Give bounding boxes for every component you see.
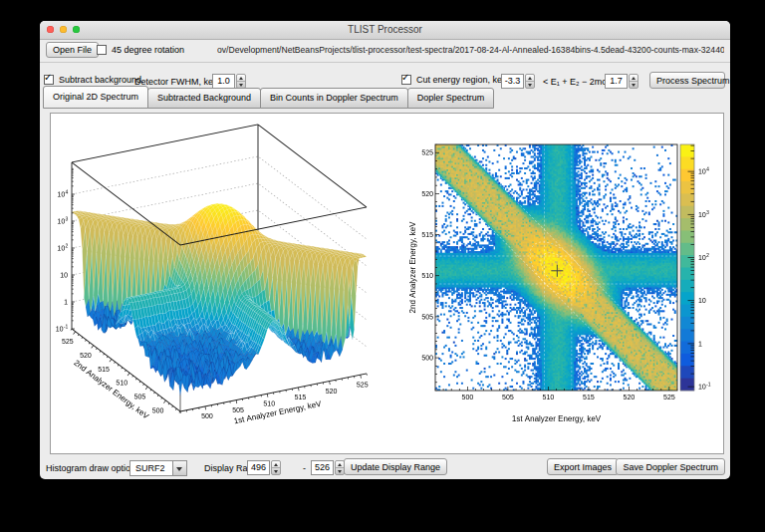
tab-content-panel [50, 113, 724, 454]
surface-plot[interactable] [52, 115, 404, 448]
cut-low-increment-icon[interactable] [526, 75, 534, 82]
zoom-window-button[interactable] [73, 26, 80, 33]
subtract-background-label: Subtract background. [59, 75, 144, 85]
tab-original-2d-spectrum[interactable]: Original 2D Spectrum [43, 86, 148, 109]
window-title: TLIST Processor [40, 21, 730, 39]
range-low-decrement-icon[interactable] [272, 468, 280, 474]
fwhm-stepper[interactable] [236, 74, 246, 89]
range-separator: - [303, 463, 306, 473]
range-low-spinner-value[interactable]: 496 [247, 460, 270, 475]
tab-bar: Original 2D SpectrumSubtracted Backgroun… [43, 88, 493, 109]
range-high-decrement-icon[interactable] [336, 468, 344, 474]
range-high-increment-icon[interactable] [336, 461, 344, 468]
range-high-spinner[interactable]: 526 [311, 460, 345, 475]
tab-bin-counts-in-doppler-spectrum[interactable]: Bin Counts in Doppler Spectrum [260, 88, 408, 109]
close-window-button[interactable] [47, 26, 54, 33]
open-file-button[interactable]: Open File [46, 42, 99, 58]
tab-subtracted-background[interactable]: Subtracted Background [147, 88, 261, 109]
subtract-background-checkbox[interactable]: Subtract background. [44, 75, 144, 85]
minimize-window-button[interactable] [60, 26, 67, 33]
histogram-draw-option-label: Histogram draw option [46, 463, 135, 473]
toolbar-row: Open File 45 degree rotation ov/Developm… [40, 40, 730, 61]
cut-high-spinner-value[interactable]: 1.7 [605, 74, 628, 89]
range-low-spinner[interactable]: 496 [247, 460, 281, 475]
traffic-lights [47, 26, 80, 33]
cut-high-spinner[interactable]: 1.7 [605, 74, 638, 89]
cut-energy-label: Cut energy region, keV [416, 75, 508, 85]
update-display-range-button[interactable]: Update Display Range [344, 458, 447, 475]
rotation-checkbox-box[interactable] [97, 45, 107, 55]
histogram-draw-option-combo[interactable]: SURF2 [129, 460, 187, 476]
range-low-stepper[interactable] [271, 460, 281, 475]
range-high-spinner-value[interactable]: 526 [311, 460, 334, 475]
cut-low-decrement-icon[interactable] [526, 82, 534, 88]
histogram-draw-option-value[interactable]: SURF2 [129, 460, 173, 476]
range-low-increment-icon[interactable] [272, 461, 280, 468]
rotation-checkbox-label: 45 degree rotation [112, 45, 184, 55]
cut-low-stepper[interactable] [525, 74, 535, 89]
subtract-background-checkbox-box[interactable] [44, 75, 54, 85]
export-images-button[interactable]: Export Images [547, 458, 619, 475]
rotation-checkbox[interactable]: 45 degree rotation [97, 45, 184, 55]
cut-low-spinner[interactable]: -3.3 [501, 74, 535, 89]
cut-low-spinner-value[interactable]: -3.3 [501, 74, 524, 89]
cut-high-stepper[interactable] [629, 74, 638, 89]
bottom-bar: Histogram draw option SURF2 Display Rang… [40, 457, 730, 478]
process-spectrum-button[interactable]: Process Spectrum [649, 72, 725, 89]
fwhm-increment-icon[interactable] [237, 75, 245, 82]
fwhm-spinner[interactable]: 1.0 [212, 74, 246, 89]
cut-high-decrement-icon[interactable] [630, 82, 638, 88]
combo-dropdown-icon[interactable] [173, 460, 187, 476]
app-window: TLIST Processor Open File 45 degree rota… [40, 21, 730, 479]
cut-energy-checkbox[interactable]: Cut energy region, keV [401, 75, 508, 85]
fwhm-spinner-value[interactable]: 1.0 [212, 74, 235, 89]
titlebar[interactable]: TLIST Processor [40, 21, 730, 40]
tab-dopler-spectrum[interactable]: Dopler Spectrum [407, 88, 495, 109]
cut-high-increment-icon[interactable] [630, 75, 638, 82]
detector-fwhm-label: Detector FWHM, keV [134, 77, 219, 87]
file-path: ov/Development/NetBeansProjects/tlist-pr… [217, 40, 724, 61]
cut-energy-checkbox-box[interactable] [401, 75, 411, 85]
toolbar-separator [40, 62, 730, 63]
heatmap-plot[interactable] [404, 115, 723, 448]
save-doppler-spectrum-button[interactable]: Save Doppler Spectrum [616, 458, 725, 475]
